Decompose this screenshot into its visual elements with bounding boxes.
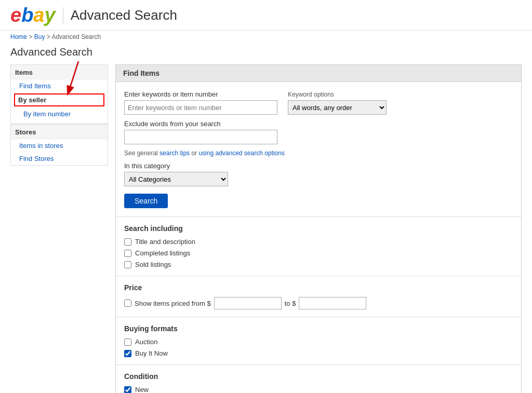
by-seller-wrapper: By seller — [11, 92, 108, 107]
breadcrumb-current: Advanced Search — [51, 33, 101, 40]
new-row: New — [124, 386, 513, 393]
price-from-label: Show items priced from $ — [135, 300, 211, 307]
title-desc-checkbox[interactable] — [124, 238, 131, 246]
sidebar-item-by-item-number[interactable]: By item number — [11, 107, 108, 120]
stores-section: Stores Items in stores Find Stores — [11, 124, 108, 165]
price-from-input[interactable] — [214, 297, 282, 309]
search-tips: See general search tips or using advance… — [124, 150, 513, 157]
sidebar-item-find-items[interactable]: Find Items — [11, 79, 108, 92]
breadcrumb-buy[interactable]: Buy — [34, 33, 45, 40]
keywords-input[interactable] — [124, 100, 277, 115]
items-section: Items Find Items By seller By item numbe… — [11, 65, 108, 120]
title-desc-row: Title and description — [124, 238, 513, 246]
main-content: Find Items Enter keywords or item number… — [115, 64, 522, 393]
search-including-section: Search including Title and description C… — [116, 216, 521, 276]
page-title: Advanced Search — [0, 43, 532, 64]
price-title: Price — [124, 283, 513, 292]
keywords-label: Enter keywords or item number — [124, 90, 277, 98]
search-including-title: Search including — [124, 224, 513, 233]
new-checkbox[interactable] — [124, 386, 131, 394]
search-tips-link[interactable]: search tips — [159, 150, 190, 157]
category-select[interactable]: All Categories Antiques Art Books — [124, 172, 228, 186]
header: ebay Advanced Search — [0, 0, 532, 31]
price-section: Price Show items priced from $ to $ — [116, 276, 521, 317]
exclude-label: Exclude words from your search — [124, 120, 513, 128]
sidebar-item-by-seller[interactable]: By seller — [14, 93, 104, 106]
page-header-title: Advanced Search — [71, 7, 177, 23]
sidebar: Items Find Items By seller By item numbe… — [10, 64, 108, 166]
breadcrumb: Home > Buy > Advanced Search — [0, 31, 532, 43]
exclude-input[interactable] — [124, 130, 277, 144]
completed-listings-label: Completed listings — [135, 249, 190, 257]
condition-title: Condition — [124, 372, 513, 381]
sold-listings-checkbox[interactable] — [124, 261, 131, 268]
buying-formats-title: Buying formats — [124, 324, 513, 333]
keyword-options-label: Keyword options — [288, 91, 387, 98]
price-to-input[interactable] — [299, 297, 366, 309]
title-desc-label: Title and description — [135, 238, 195, 246]
new-label: New — [135, 386, 149, 393]
completed-listings-checkbox[interactable] — [124, 250, 131, 257]
sold-listings-row: Sold listings — [124, 261, 513, 268]
price-checkbox[interactable] — [124, 300, 131, 307]
price-to-label: to $ — [285, 300, 296, 307]
buy-it-now-label: Buy It Now — [135, 349, 168, 357]
breadcrumb-home[interactable]: Home — [10, 33, 27, 40]
sidebar-item-items-in-stores[interactable]: Items in stores — [11, 139, 108, 152]
layout: Items Find Items By seller By item numbe… — [0, 64, 532, 393]
advanced-search-options-link[interactable]: using advanced search options — [198, 150, 284, 157]
condition-section: Condition New Used Not Specified — [116, 364, 521, 393]
buy-it-now-checkbox[interactable] — [124, 350, 131, 357]
buy-it-now-row: Buy It Now — [124, 349, 513, 357]
auction-row: Auction — [124, 338, 513, 346]
find-items-body: Enter keywords or item number Keyword op… — [116, 82, 521, 216]
buying-formats-section: Buying formats Auction Buy It Now — [116, 317, 521, 364]
keyword-options-select[interactable]: All words, any order Any words, any orde… — [288, 100, 387, 115]
auction-checkbox[interactable] — [124, 338, 131, 346]
find-items-section-header: Find Items — [116, 65, 521, 82]
sold-listings-label: Sold listings — [135, 261, 171, 268]
category-label: In this category — [124, 162, 513, 170]
price-row: Show items priced from $ to $ — [124, 297, 513, 309]
items-section-title: Items — [11, 65, 108, 79]
sidebar-item-find-stores[interactable]: Find Stores — [11, 152, 108, 165]
auction-label: Auction — [135, 338, 157, 346]
completed-listings-row: Completed listings — [124, 249, 513, 257]
ebay-logo: ebay — [10, 5, 56, 25]
search-button[interactable]: Search — [124, 194, 168, 208]
stores-section-title: Stores — [11, 124, 108, 139]
